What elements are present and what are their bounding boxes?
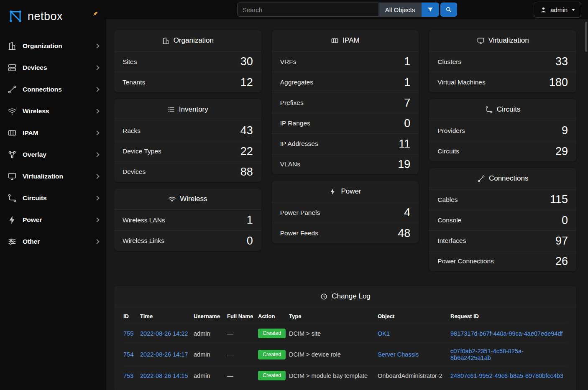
table-header-row: ID Time Username Full Name Action Type O… <box>123 308 567 324</box>
changelog-object-link[interactable]: Server Chassis <box>378 351 419 358</box>
brand-name[interactable]: netbox <box>28 10 63 23</box>
stat-row-wireless-lans[interactable]: Wireless LANs 1 <box>114 210 261 230</box>
changelog-id-link[interactable]: 755 <box>123 330 133 337</box>
table-row: 753 2022-08-26 14:15 admin — Created DCI… <box>123 366 567 385</box>
col-header-time[interactable]: Time <box>140 308 194 324</box>
stat-value: 33 <box>555 56 568 67</box>
card-title: Change Log <box>332 292 371 301</box>
sidebar-item-organization[interactable]: Organization <box>0 35 106 57</box>
sidebar-item-devices[interactable]: Devices <box>0 57 106 79</box>
card-header: IPAM <box>272 30 419 51</box>
stat-row-power-panels[interactable]: Power Panels 4 <box>272 202 419 223</box>
stat-row-sites[interactable]: Sites 30 <box>114 51 261 72</box>
sidebar-item-power[interactable]: Power <box>0 209 106 231</box>
action-badge: Created <box>258 371 286 380</box>
sidebar-item-overlay[interactable]: Overlay <box>0 144 106 166</box>
sidebar-item-label: Wireless <box>23 107 49 115</box>
col-header-object[interactable]: Object <box>378 308 450 324</box>
sidebar-item-label: Devices <box>23 64 47 71</box>
stat-value: 48 <box>398 228 410 239</box>
user-menu-button[interactable]: admin <box>534 2 581 18</box>
stat-row-providers[interactable]: Providers 9 <box>429 120 576 141</box>
col-header-id[interactable]: ID <box>123 308 140 324</box>
changelog-request-id-link[interactable]: 24807c61-9952-49c6-b8a5-69760bfcc4b3 <box>450 372 563 379</box>
stat-row-virtual-machines[interactable]: Virtual Machines 180 <box>429 72 576 92</box>
stat-row-devices[interactable]: Devices 88 <box>114 161 261 182</box>
changelog-request-id-link[interactable]: 9817317d-b67f-440a-99ca-4ae07ede94df <box>450 330 562 337</box>
stat-row-circuits[interactable]: Circuits 29 <box>429 141 576 161</box>
stat-row-aggregates[interactable]: Aggregates 1 <box>272 72 419 92</box>
sidebar-item-connections[interactable]: Connections <box>0 79 106 100</box>
sidebar-item-circuits[interactable]: Circuits <box>0 187 106 209</box>
changelog-time-link[interactable]: 2022-08-26 14:17 <box>140 351 188 358</box>
changelog-time-link[interactable]: 2022-08-26 14:15 <box>140 372 188 379</box>
stat-value: 1 <box>247 214 253 226</box>
stat-label: Console <box>437 217 461 224</box>
chevron-right-icon <box>95 65 99 70</box>
stat-value: 12 <box>240 77 253 88</box>
stat-row-power-feeds[interactable]: Power Feeds 48 <box>272 223 419 243</box>
stat-row-ip-ranges[interactable]: IP Ranges 0 <box>272 113 419 133</box>
search-input[interactable] <box>237 3 378 17</box>
change-log-table: ID Time Username Full Name Action Type O… <box>123 308 567 385</box>
search-icon <box>445 6 452 13</box>
col-header-action[interactable]: Action <box>258 308 289 324</box>
scrollbar[interactable] <box>585 22 587 52</box>
card-title: Circuits <box>497 105 521 114</box>
stat-label: Cables <box>437 196 458 204</box>
person-icon <box>540 6 547 13</box>
search-submit-button[interactable] <box>440 3 457 17</box>
cable-icon <box>8 85 17 94</box>
stat-label: VRFs <box>280 58 297 66</box>
filter-button[interactable] <box>422 3 439 17</box>
netbox-logo-icon <box>8 8 23 24</box>
counter-icon <box>331 37 339 45</box>
changelog-request-id-link[interactable]: c07f0ab2-2351-4c58-825a-8b6a2425a1ab <box>450 348 524 361</box>
stat-label: IP Ranges <box>280 120 310 127</box>
sidebar-item-other[interactable]: Other <box>0 231 106 252</box>
changelog-username: admin <box>194 366 227 385</box>
sidebar-item-wireless[interactable]: Wireless <box>0 100 106 122</box>
action-badge: Created <box>258 350 286 359</box>
col-header-type[interactable]: Type <box>289 308 378 324</box>
card-title: Organization <box>174 36 214 45</box>
dashboard-columns: Organization Sites 30 Tenants 12 <box>114 30 576 271</box>
main-area: All Objects admin <box>106 0 588 390</box>
stat-row-prefixes[interactable]: Prefixes 7 <box>272 92 419 113</box>
stat-row-console[interactable]: Console 0 <box>429 210 576 230</box>
graph-icon <box>8 150 17 159</box>
stat-row-clusters[interactable]: Clusters 33 <box>429 51 576 72</box>
stat-row-racks[interactable]: Racks 43 <box>114 120 261 141</box>
stat-row-wireless-links[interactable]: Wireless Links 0 <box>114 230 261 251</box>
stat-row-tenants[interactable]: Tenants 12 <box>114 72 261 92</box>
col-header-request-id[interactable]: Request ID <box>450 308 567 324</box>
sidebar-item-ipam[interactable]: IPAM <box>0 122 106 144</box>
changelog-object-link[interactable]: OK1 <box>378 330 390 337</box>
stat-row-interfaces[interactable]: Interfaces 97 <box>429 230 576 251</box>
changelog-id-link[interactable]: 754 <box>123 351 133 358</box>
card-title: Connections <box>489 174 529 183</box>
stat-label: Aggregates <box>280 79 313 86</box>
stat-row-device-types[interactable]: Device Types 22 <box>114 141 261 161</box>
card-header: Connections <box>429 168 576 189</box>
server-icon <box>8 63 17 72</box>
stat-row-vrfs[interactable]: VRFs 1 <box>272 51 419 72</box>
stat-value: 180 <box>549 77 568 88</box>
stat-value: 22 <box>240 146 253 157</box>
stat-row-power-connections[interactable]: Power Connections 26 <box>429 251 576 271</box>
card-wireless: Wireless Wireless LANs 1 Wireless Links … <box>114 189 261 251</box>
card-header: Circuits <box>429 99 576 120</box>
search-scope-button[interactable]: All Objects <box>378 3 422 17</box>
stat-row-cables[interactable]: Cables 115 <box>429 189 576 210</box>
stat-value: 19 <box>398 159 410 170</box>
caret-down-icon <box>572 9 575 11</box>
changelog-id-link[interactable]: 753 <box>123 372 133 379</box>
sidebar-item-virtualization[interactable]: Virtualization <box>0 166 106 187</box>
changelog-time-link[interactable]: 2022-08-26 14:22 <box>140 330 188 337</box>
stat-row-vlans[interactable]: VLANs 19 <box>272 154 419 174</box>
col-header-username[interactable]: Username <box>194 308 227 324</box>
sidebar-pin-icon[interactable] <box>92 11 99 18</box>
stat-label: Interfaces <box>437 237 466 245</box>
stat-row-ip-addresses[interactable]: IP Addresses 11 <box>272 133 419 154</box>
col-header-full-name[interactable]: Full Name <box>227 308 258 324</box>
